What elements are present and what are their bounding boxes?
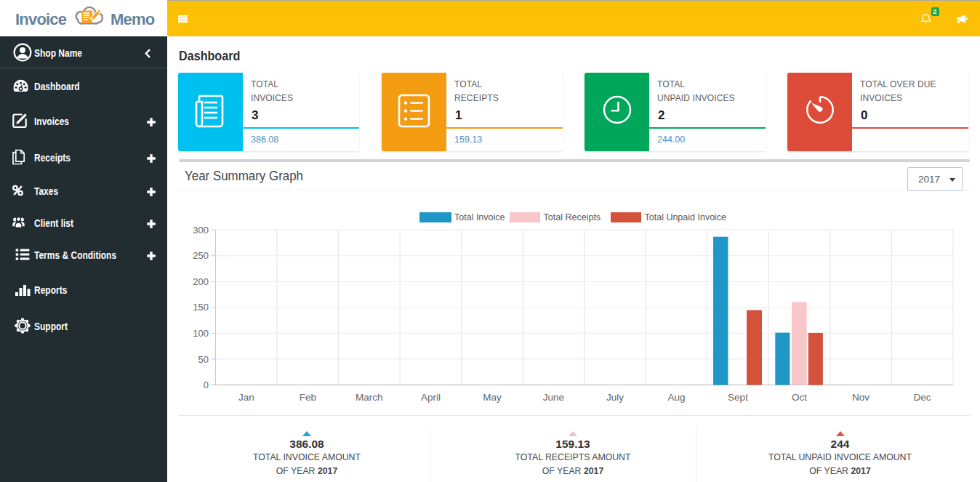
- svg-text:250: 250: [193, 250, 209, 261]
- svg-text:Aug: Aug: [667, 392, 685, 403]
- svg-text:0: 0: [204, 379, 209, 390]
- svg-text:150: 150: [193, 302, 209, 313]
- svg-text:Jan: Jan: [238, 392, 254, 403]
- svg-text:April: April: [421, 392, 441, 403]
- svg-text:Sept: Sept: [728, 392, 748, 403]
- svg-text:100: 100: [193, 328, 209, 339]
- svg-text:300: 300: [193, 225, 209, 236]
- svg-text:July: July: [606, 392, 624, 403]
- svg-text:June: June: [543, 392, 564, 403]
- svg-text:Oct: Oct: [792, 392, 807, 403]
- svg-text:May: May: [483, 392, 502, 403]
- svg-text:Dec: Dec: [914, 392, 931, 403]
- svg-text:Nov: Nov: [852, 392, 869, 403]
- svg-text:March: March: [356, 392, 383, 403]
- svg-text:50: 50: [198, 354, 209, 365]
- svg-text:200: 200: [193, 276, 209, 287]
- svg-text:Feb: Feb: [300, 392, 316, 403]
